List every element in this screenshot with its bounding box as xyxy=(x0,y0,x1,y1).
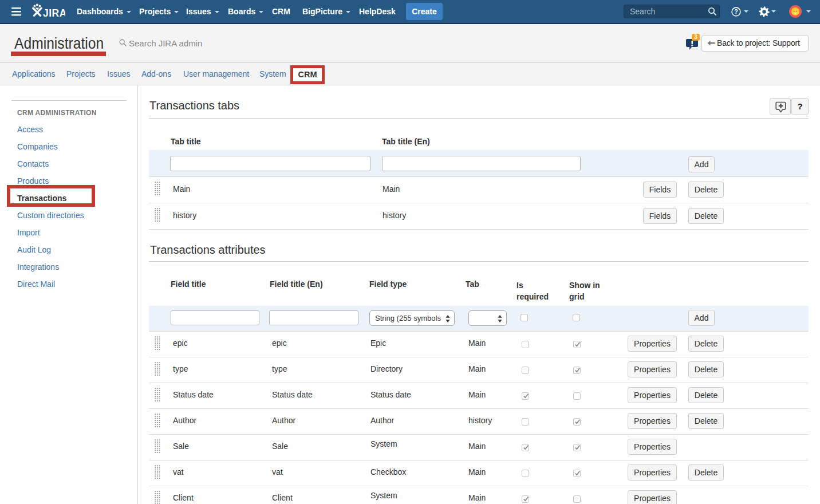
svg-text:?: ? xyxy=(734,8,738,15)
svg-text:JIRA: JIRA xyxy=(43,7,65,19)
